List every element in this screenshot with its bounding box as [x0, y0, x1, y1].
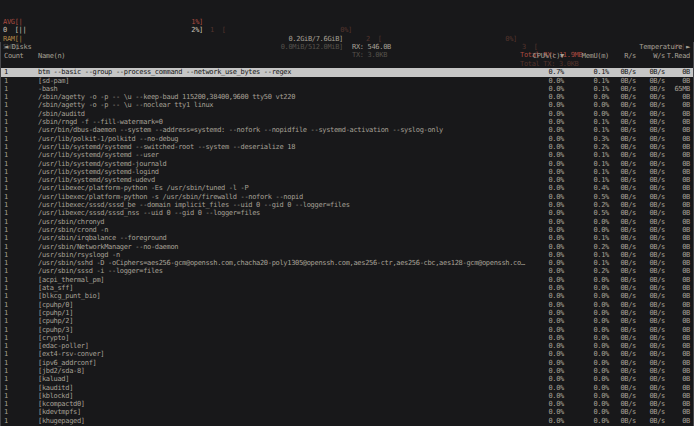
process-count: 1 [4, 110, 38, 118]
process-row[interactable]: 1/sbin/rngd -f --fill-watermark=00.0%0.1… [1, 118, 693, 126]
process-row[interactable]: 1/usr/lib/systemd/systemd-udevd0.0%0.1%0… [1, 176, 693, 184]
process-read: 0B/s [609, 276, 636, 284]
process-row[interactable]: 1[ipv6_addrconf]0.0%0.0%0B/s0B/s0B [1, 359, 693, 367]
process-row[interactable]: 1/usr/lib/systemd/systemd --switched-roo… [1, 143, 693, 151]
process-name: [kaluad] [38, 375, 526, 383]
process-row[interactable]: 1[crypto]0.0%0.0%0B/s0B/s0B [1, 334, 693, 342]
process-name: [cpuhp/3] [38, 326, 526, 334]
process-total-read: 0B [665, 151, 690, 159]
process-row[interactable]: 1/sbin/agetty -o -p -- \u --noclear tty1… [1, 101, 693, 109]
process-row[interactable]: 1/sbin/auditd0.0%0.0%0B/s0B/s0B [1, 110, 693, 118]
process-name: /sbin/agetty -o -p -- \u --keep-baud 115… [38, 93, 526, 101]
process-row[interactable]: 1/usr/lib/systemd/systemd-logind0.0%0.1%… [1, 168, 693, 176]
process-count: 1 [4, 292, 38, 300]
process-mem: 0.1% [564, 176, 609, 184]
col-header-name[interactable]: Name(n) [38, 52, 526, 60]
process-count: 1 [4, 209, 38, 217]
tab-disks[interactable]: ◄ Disks [4, 43, 31, 51]
process-read: 0B/s [609, 168, 636, 176]
process-row[interactable]: 1/usr/libexec/sssd/sssd_be --domain impl… [1, 201, 693, 209]
process-row[interactable]: 1btm --basic --group --process_command -… [1, 68, 693, 76]
process-row[interactable]: 1/usr/sbin/NetworkManager --no-daemon0.0… [1, 243, 693, 251]
col-header-tread[interactable]: T.Read [665, 52, 690, 60]
process-row[interactable]: 1[acpi_thermal_pm]0.0%0.0%0B/s0B/s0B [1, 276, 693, 284]
process-cpu: 0.0% [526, 267, 564, 275]
process-row[interactable]: 1/usr/lib/systemd/systemd --user0.0%0.1%… [1, 151, 693, 159]
process-write: 0B/s [636, 284, 665, 292]
process-row[interactable]: 1/usr/bin/dbus-daemon --system --address… [1, 126, 693, 134]
process-count: 1 [4, 93, 38, 101]
process-row[interactable]: 1[blkcg_punt_bio]0.0%0.0%0B/s0B/s0B [1, 292, 693, 300]
process-row[interactable]: 1[cpuhp/2]0.0%0.0%0B/s0B/s0B [1, 317, 693, 325]
process-cpu: 0.0% [526, 292, 564, 300]
process-mem: 0.0% [564, 400, 609, 408]
process-name: [acpi_thermal_pm] [38, 276, 526, 284]
process-cpu: 0.0% [526, 334, 564, 342]
process-row[interactable]: 1[edac-poller]0.0%0.0%0B/s0B/s0B [1, 342, 693, 350]
process-name: [kauditd] [38, 384, 526, 392]
process-total-read: 0B [665, 400, 690, 408]
process-read: 0B/s [609, 101, 636, 109]
process-cpu: 0.0% [526, 93, 564, 101]
memory-network-row-1: RAM[|0.2GiB/7.6GiB] RX: 546.0B Total RX:… [0, 18, 694, 26]
tab-temperature[interactable]: Temperature ► [639, 43, 690, 51]
process-row[interactable]: 1[cpuhp/3]0.0%0.0%0B/s0B/s0B [1, 326, 693, 334]
process-row[interactable]: 1[cpuhp/0]0.0%0.0%0B/s0B/s0B [1, 301, 693, 309]
process-read: 0B/s [609, 317, 636, 325]
process-name: /usr/libexec/platform-python -s /usr/sbi… [38, 193, 526, 201]
col-header-write[interactable]: W/s [636, 52, 665, 60]
process-row[interactable]: 1[sd-pam]0.0%0.1%0B/s0B/s0B [1, 77, 693, 85]
process-row[interactable]: 1/usr/sbin/chronyd0.0%0.0%0B/s0B/s0B [1, 218, 693, 226]
cpu-gauges-row-1: AVG[|1%] 1 [0%] 2 [0%] 3 [0%] [0, 2, 694, 10]
process-row[interactable]: 1/usr/sbin/sssd -i --logger=files0.0%0.2… [1, 267, 693, 275]
process-name: [kdevtmpfs] [38, 408, 526, 416]
process-row[interactable]: 1/usr/sbin/rsyslogd -n0.0%0.1%0B/s0B/s0B [1, 251, 693, 259]
process-mem: 0.2% [564, 201, 609, 209]
process-read: 0B/s [609, 375, 636, 383]
process-mem: 0.0% [564, 375, 609, 383]
process-cpu: 0.0% [526, 392, 564, 400]
process-mem: 0.0% [564, 110, 609, 118]
process-write: 0B/s [636, 334, 665, 342]
process-cpu: 0.0% [526, 226, 564, 234]
process-name: /usr/libexec/sssd/sssd_be --domain impli… [38, 201, 526, 209]
process-read: 0B/s [609, 209, 636, 217]
process-row[interactable]: 1[jbd2/sda-8]0.0%0.0%0B/s0B/s0B [1, 367, 693, 375]
process-row[interactable]: 1[ext4-rsv-conver]0.0%0.0%0B/s0B/s0B [1, 350, 693, 358]
process-write: 0B/s [636, 135, 665, 143]
process-total-read: 0B [665, 359, 690, 367]
col-header-mem[interactable]: MemU(m) [564, 52, 609, 60]
process-total-read: 0B [665, 118, 690, 126]
process-cpu: 0.0% [526, 176, 564, 184]
process-row[interactable]: 1[ata_sff]0.0%0.0%0B/s0B/s0B [1, 284, 693, 292]
process-row[interactable]: 1[khugepaged]0.0%0.0%0B/s0B/s0B [1, 417, 693, 425]
process-row[interactable]: 1[cpuhp/1]0.0%0.0%0B/s0B/s0B [1, 309, 693, 317]
process-row[interactable]: 1/sbin/agetty -o -p -- \u --keep-baud 11… [1, 93, 693, 101]
process-read: 0B/s [609, 193, 636, 201]
process-mem: 0.1% [564, 85, 609, 93]
process-write: 0B/s [636, 160, 665, 168]
col-header-read[interactable]: R/s [609, 52, 636, 60]
process-row[interactable]: 1[kaluad]0.0%0.0%0B/s0B/s0B [1, 375, 693, 383]
process-mem: 0.0% [564, 93, 609, 101]
process-row[interactable]: 1[kcompactd0]0.0%0.0%0B/s0B/s0B [1, 400, 693, 408]
process-row[interactable]: 1/usr/sbin/crond -n0.0%0.0%0B/s0B/s0B [1, 226, 693, 234]
process-mem: 0.0% [564, 218, 609, 226]
process-row[interactable]: 1/usr/libexec/platform-python -Es /usr/s… [1, 184, 693, 192]
process-row[interactable]: 1/usr/lib/systemd/systemd-journald0.0%0.… [1, 160, 693, 168]
process-row[interactable]: 1/usr/sbin/irqbalance --foreground0.0%0.… [1, 234, 693, 242]
process-read: 0B/s [609, 342, 636, 350]
col-header-count[interactable]: Count [4, 52, 38, 60]
process-row[interactable]: 1/usr/sbin/sshd -D -oCiphers=aes256-gcm@… [1, 259, 693, 267]
process-row[interactable]: 1-bash0.0%0.1%0B/s0B/s65MB [1, 85, 693, 93]
process-row[interactable]: 1[kblockd]0.0%0.0%0B/s0B/s0B [1, 392, 693, 400]
col-header-cpu[interactable]: CPU%(c)▼ [526, 52, 564, 60]
process-row[interactable]: 1[kdevtmpfs]0.0%0.0%0B/s0B/s0B [1, 408, 693, 416]
process-row[interactable]: 1[kauditd]0.0%0.0%0B/s0B/s0B [1, 384, 693, 392]
process-count: 1 [4, 184, 38, 192]
process-row[interactable]: 1/usr/lib/polkit-1/polkitd --no-debug0.0… [1, 135, 693, 143]
process-total-read: 0B [665, 326, 690, 334]
process-row[interactable]: 1/usr/libexec/platform-python -s /usr/sb… [1, 193, 693, 201]
process-mem: 0.0% [564, 301, 609, 309]
process-row[interactable]: 1/usr/libexec/sssd/sssd_nss --uid 0 --gi… [1, 209, 693, 217]
